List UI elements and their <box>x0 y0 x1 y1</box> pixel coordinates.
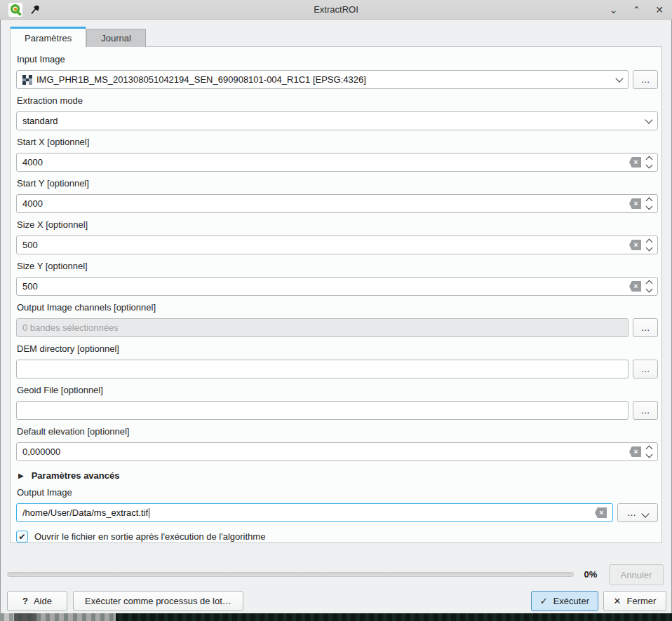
spinbox-arrows[interactable] <box>647 240 652 250</box>
help-button-label: Aide <box>34 596 52 606</box>
close-button-label: Fermer <box>627 596 657 606</box>
close-button[interactable]: ✕ Fermer <box>603 591 666 611</box>
output-channels-browse-button[interactable]: … <box>633 318 658 337</box>
raster-layer-icon <box>22 75 32 85</box>
start-x-spinbox[interactable]: 4000 × <box>16 153 658 172</box>
tab-journal-label: Journal <box>101 33 131 43</box>
spin-down-icon <box>646 451 653 458</box>
size-x-value: 500 <box>22 240 38 250</box>
chevron-down-icon <box>645 116 652 123</box>
geoid-file-label: Geoid File [optionnel] <box>17 385 658 396</box>
clear-field-icon[interactable]: × <box>629 240 641 250</box>
pin-icon <box>29 4 41 15</box>
qgis-logo-icon <box>8 3 22 17</box>
dem-directory-browse-button[interactable]: … <box>633 360 658 378</box>
extraction-mode-label: Extraction mode <box>17 95 658 107</box>
clear-field-icon[interactable]: × <box>629 198 641 209</box>
run-as-batch-label: Exécuter comme processus de lot… <box>85 596 231 606</box>
input-image-browse-button[interactable]: … <box>633 70 658 89</box>
checkmark-icon: ✔ <box>18 532 25 542</box>
clear-field-icon[interactable]: × <box>629 446 641 457</box>
open-output-checkbox-label: Ouvrir le fichier en sortie après l'exéc… <box>34 531 265 542</box>
clear-field-icon[interactable]: × <box>595 507 607 518</box>
spin-down-icon <box>646 286 653 293</box>
size-y-value: 500 <box>22 281 38 292</box>
tab-parametres[interactable]: Paramètres <box>10 27 86 47</box>
run-button[interactable]: ✓ Exécuter <box>531 591 598 611</box>
parameters-pane: Input Image IMG_PHR1B_MS_201308051042194… <box>10 46 662 543</box>
start-y-spinbox[interactable]: 4000 × <box>16 194 658 213</box>
tab-journal[interactable]: Journal <box>86 29 146 47</box>
tabbar: Paramètres Journal <box>10 27 146 47</box>
checkmark-icon: ✓ <box>540 596 548 606</box>
chevron-down-icon <box>615 74 623 82</box>
window-title: ExtractROI <box>0 4 672 15</box>
spin-down-icon <box>646 203 653 210</box>
spin-down-icon <box>646 245 653 252</box>
run-button-label: Exécuter <box>553 596 589 606</box>
output-channels-value: 0 bandes sélectionnées <box>22 322 119 333</box>
titlebar: ExtractROI ⌄ ⌃ ✕ <box>0 0 672 20</box>
dem-directory-field[interactable] <box>16 360 629 378</box>
output-image-label: Output Image <box>17 487 658 498</box>
open-output-checkbox[interactable]: ✔ <box>16 531 28 542</box>
close-window-icon[interactable]: ✕ <box>655 0 664 20</box>
geoid-file-field[interactable] <box>16 401 629 420</box>
dem-directory-label: DEM directory [optionnel] <box>17 343 658 355</box>
output-image-browse-menu-button[interactable]: … <box>617 503 658 522</box>
spin-down-icon <box>646 162 653 169</box>
start-y-value: 4000 <box>22 198 43 209</box>
start-y-label: Start Y [optionnel] <box>17 178 658 189</box>
spinbox-arrows[interactable] <box>647 198 652 209</box>
spinbox-arrows[interactable] <box>647 446 652 457</box>
advanced-parameters-toggle[interactable]: ▶ Paramètres avancés <box>18 470 658 481</box>
start-x-label: Start X [optionnel] <box>17 137 658 148</box>
minimize-icon[interactable]: ⌄ <box>610 0 618 20</box>
size-x-spinbox[interactable]: 500 × <box>16 236 658 254</box>
help-icon: ? <box>22 596 28 606</box>
chevron-down-icon <box>641 510 649 517</box>
default-elevation-spinbox[interactable]: 0,000000 × <box>16 442 658 461</box>
input-image-value: IMG_PHR1B_MS_201308051042194_SEN_6909081… <box>36 74 366 85</box>
progress-bar <box>7 572 574 577</box>
geoid-file-browse-button[interactable]: … <box>633 401 658 420</box>
size-x-label: Size X [optionnel] <box>17 219 658 231</box>
start-x-value: 4000 <box>22 157 43 168</box>
help-button[interactable]: ? Aide <box>7 591 67 611</box>
cancel-button[interactable]: Annuler <box>609 564 664 585</box>
default-elevation-value: 0,000000 <box>22 446 60 457</box>
browse-ellipsis: … <box>627 507 636 518</box>
extraction-mode-combobox[interactable]: standard <box>16 111 658 130</box>
map-canvas-behind-dialog <box>0 613 672 621</box>
spinbox-arrows[interactable] <box>647 281 652 292</box>
progress-percent: 0% <box>578 568 603 582</box>
extraction-mode-value: standard <box>22 116 58 126</box>
size-y-label: Size Y [optionnel] <box>17 261 658 272</box>
output-image-value: /home/User/Data/ms_extract.tif <box>22 507 148 518</box>
clear-field-icon[interactable]: × <box>629 157 641 168</box>
output-image-field[interactable]: /home/User/Data/ms_extract.tif × <box>16 503 613 522</box>
clear-field-icon[interactable]: × <box>629 281 641 292</box>
input-image-combobox[interactable]: IMG_PHR1B_MS_201308051042194_SEN_6909081… <box>16 70 629 89</box>
run-as-batch-button[interactable]: Exécuter comme processus de lot… <box>73 591 243 611</box>
size-y-spinbox[interactable]: 500 × <box>16 277 658 296</box>
default-elevation-label: Default elevation [optionnel] <box>17 426 658 437</box>
advanced-parameters-label: Paramètres avancés <box>32 470 120 481</box>
close-icon: ✕ <box>614 596 621 606</box>
output-channels-label: Output Image channels [optionnel] <box>17 302 658 313</box>
output-channels-field[interactable]: 0 bandes sélectionnées <box>16 318 629 337</box>
tab-parametres-label: Paramètres <box>25 33 72 43</box>
input-image-label: Input Image <box>17 54 658 65</box>
cancel-button-label: Annuler <box>621 570 652 580</box>
maximize-icon[interactable]: ⌃ <box>633 0 641 20</box>
spinbox-arrows[interactable] <box>647 157 652 168</box>
collapsed-arrow-icon: ▶ <box>18 472 24 479</box>
text-cursor <box>149 508 149 518</box>
